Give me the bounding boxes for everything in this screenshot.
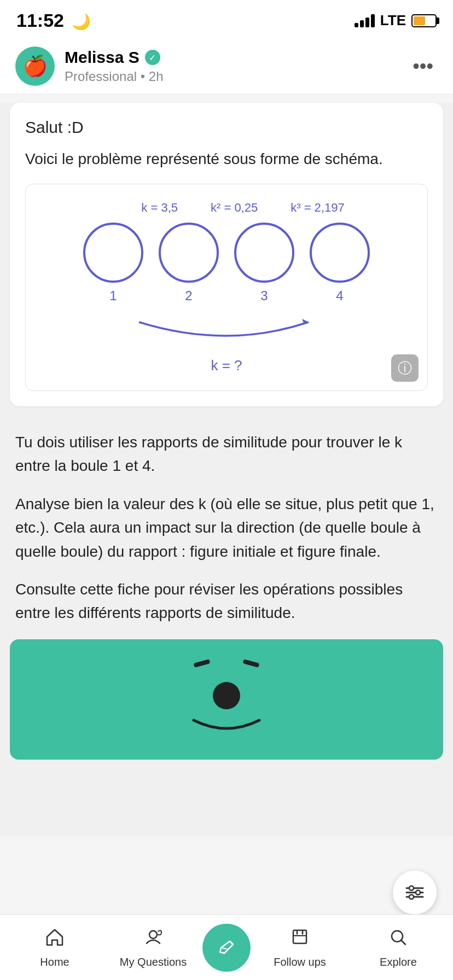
explore-icon (388, 927, 409, 953)
circle-shape-4 (310, 223, 370, 283)
post-body: Salut :D Voici le problème représenté so… (10, 103, 443, 406)
moon-icon: 🌙 (72, 13, 91, 30)
k-label-2: k² = 0,25 (211, 201, 258, 215)
circle-2: 2 (159, 223, 219, 304)
circles-row: 1 2 3 4 (37, 223, 416, 304)
my-questions-label: My Questions (120, 956, 187, 969)
home-icon (44, 927, 65, 953)
math-labels-row: k = 3,5 k² = 0,25 k³ = 2,197 (37, 201, 416, 215)
nav-follow-ups[interactable]: Follow ups (251, 927, 349, 969)
filter-icon (404, 882, 426, 903)
svg-point-4 (409, 886, 414, 890)
user-meta: Professional • 2h (65, 69, 408, 84)
face-left-eye (193, 659, 210, 667)
explore-label: Explore (380, 956, 417, 969)
circle-shape-2 (159, 223, 219, 283)
intro-text: Voici le problème représenté sous forme … (25, 148, 428, 171)
svg-point-5 (416, 890, 420, 895)
user-role: Professional (65, 69, 137, 84)
nav-explore[interactable]: Explore (349, 927, 448, 969)
content-area: Salut :D Voici le problème représenté so… (0, 103, 453, 836)
home-label: Home (40, 956, 69, 969)
user-name: Melissa S (65, 48, 140, 67)
circle-1: 1 (83, 223, 143, 304)
circle-num-3: 3 (260, 288, 268, 304)
signal-icon (355, 14, 375, 27)
explanation-para-2: Analyse bien la valeur des k (où elle se… (15, 492, 438, 563)
time-ago: 2h (149, 69, 164, 84)
math-card: k = 3,5 k² = 0,25 k³ = 2,197 1 2 3 (25, 184, 428, 391)
avatar: 🍎 (15, 46, 55, 86)
bottom-nav: Home My Questions (0, 914, 453, 980)
verified-badge: ✓ (145, 50, 160, 65)
nav-home[interactable]: Home (5, 927, 104, 969)
info-button[interactable]: ⓘ (391, 354, 419, 382)
face-nose (213, 682, 240, 709)
nav-compose[interactable] (202, 924, 251, 972)
nav-my-questions[interactable]: My Questions (104, 927, 202, 969)
k-question: k = ? (37, 357, 416, 374)
circle-num-2: 2 (185, 288, 192, 304)
svg-point-7 (149, 931, 157, 938)
face-right-eye (242, 659, 259, 667)
explanation-para-1: Tu dois utiliser les rapports de similit… (15, 430, 438, 478)
user-name-row: Melissa S ✓ (65, 48, 408, 67)
status-time-area: 11:52 🌙 (16, 10, 91, 31)
status-right-area: LTE (355, 12, 437, 29)
clock: 11:52 (16, 10, 64, 31)
green-card-image[interactable] (10, 639, 443, 760)
explanation-block: Tu dois utiliser les rapports de similit… (0, 415, 453, 625)
circle-shape-3 (234, 223, 294, 283)
circle-num-4: 4 (336, 288, 343, 304)
greeting-text: Salut :D (25, 118, 428, 137)
status-bar: 11:52 🌙 LTE (0, 0, 453, 37)
network-label: LTE (380, 12, 406, 29)
circle-shape-1 (83, 223, 143, 283)
face-smile (188, 715, 265, 737)
my-questions-icon (143, 927, 164, 953)
k-label-1: k = 3,5 (141, 201, 178, 215)
circle-num-1: 1 (109, 288, 117, 304)
compose-icon (216, 937, 237, 959)
follow-ups-label: Follow ups (274, 956, 326, 969)
filter-button[interactable] (393, 871, 437, 914)
separator: • (141, 69, 149, 84)
more-button[interactable]: ••• (408, 50, 438, 82)
battery-fill (414, 16, 425, 25)
battery-icon (411, 14, 437, 27)
svg-point-6 (409, 895, 414, 899)
follow-ups-icon (289, 927, 310, 953)
circle-4: 4 (310, 223, 370, 304)
k-label-3: k³ = 2,197 (291, 201, 344, 215)
user-info: Melissa S ✓ Professional • 2h (65, 48, 408, 84)
arrow-svg (123, 311, 330, 349)
post-header: 🍎 Melissa S ✓ Professional • 2h ••• (0, 37, 453, 94)
explanation-para-3: Consulte cette fiche pour réviser les op… (15, 578, 438, 625)
circle-3: 3 (234, 223, 294, 304)
arrow-row (37, 311, 416, 349)
